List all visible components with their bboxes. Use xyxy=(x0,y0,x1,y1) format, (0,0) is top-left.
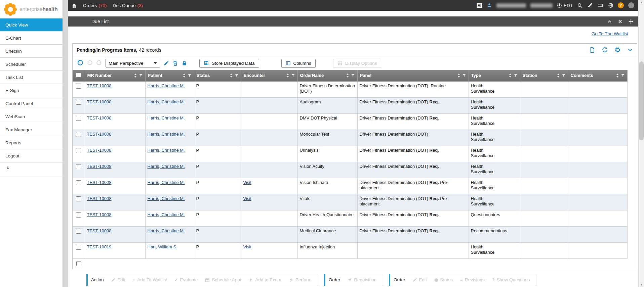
column-header-patient[interactable]: Patient xyxy=(145,70,194,81)
mr-number-link[interactable]: TEST-10008 xyxy=(87,164,112,169)
row-checkbox[interactable] xyxy=(76,132,81,137)
sidebar-item-webscan[interactable]: WebScan xyxy=(0,110,63,123)
home-icon[interactable] xyxy=(71,3,77,8)
column-header-comments[interactable]: Comments xyxy=(568,70,627,81)
sidebar-pin[interactable] xyxy=(0,162,63,175)
sort-arrows-icon[interactable] xyxy=(134,74,137,78)
settings-gear-icon[interactable] xyxy=(614,47,621,53)
history-forward-icon[interactable] xyxy=(96,60,102,66)
visit-link[interactable]: Visit xyxy=(243,244,251,249)
delete-perspective-trash-icon[interactable] xyxy=(172,60,178,66)
filter-funnel-icon[interactable] xyxy=(235,74,239,78)
column-header-encounter[interactable]: Encounter xyxy=(241,70,297,81)
filter-funnel-icon[interactable] xyxy=(188,74,192,78)
footer-button-add-to-waitlist[interactable]: +Add To Waitlist xyxy=(130,277,170,282)
sidebar-item-logout[interactable]: Logout xyxy=(0,149,63,162)
mr-number-link[interactable]: TEST-10008 xyxy=(87,196,112,201)
patient-link[interactable]: Harris, Christine M. xyxy=(148,180,185,185)
filter-funnel-icon[interactable] xyxy=(351,74,355,78)
new-document-icon[interactable] xyxy=(589,47,595,53)
perspective-select[interactable]: Main Perspective xyxy=(106,59,160,67)
filter-funnel-icon[interactable] xyxy=(139,74,143,78)
edit-perspective-pencil-icon[interactable] xyxy=(163,60,169,66)
row-checkbox[interactable] xyxy=(76,100,81,105)
nav-doc-queue[interactable]: Doc Queue (3) xyxy=(113,3,143,8)
sidebar-item-fax-manager[interactable]: Fax Manager xyxy=(0,123,63,136)
move-icon[interactable] xyxy=(628,19,634,24)
row-checkbox[interactable] xyxy=(76,229,81,234)
nav-orders[interactable]: Orders (70) xyxy=(83,3,107,8)
go-to-waitlist-link[interactable]: Go To The Waitlist xyxy=(592,31,628,36)
mr-number-link[interactable]: TEST-10008 xyxy=(87,212,112,217)
column-header-status[interactable]: Status xyxy=(194,70,241,81)
row-checkbox[interactable] xyxy=(76,116,81,121)
footer-button-evaluate[interactable]: ✓Evaluate xyxy=(171,277,201,282)
refresh-icon[interactable] xyxy=(602,47,608,53)
filter-funnel-icon[interactable] xyxy=(514,74,518,78)
patient-link[interactable]: Harris, Christine M. xyxy=(148,99,185,104)
patient-link[interactable]: Harris, Christine M. xyxy=(148,115,185,121)
patient-link[interactable]: Harris, Christine M. xyxy=(148,212,185,217)
sort-arrows-icon[interactable] xyxy=(346,74,349,78)
visit-link[interactable]: Visit xyxy=(243,196,251,201)
keyboard-icon[interactable] xyxy=(597,3,604,8)
user-icon[interactable] xyxy=(487,3,492,8)
mr-number-link[interactable]: TEST-10008 xyxy=(87,99,112,104)
row-checkbox[interactable] xyxy=(76,84,81,89)
store-displayed-data-button[interactable]: Store Displayed Data xyxy=(199,59,259,68)
history-back-icon[interactable] xyxy=(87,60,93,66)
patient-link[interactable]: Harris, Christine M. xyxy=(148,83,185,88)
patient-link[interactable]: Harris, Christine M. xyxy=(148,196,185,201)
footer-button-schedule-appt[interactable]: Schedule Appt xyxy=(202,277,244,282)
avatar-circle[interactable] xyxy=(628,2,634,8)
tools-icon[interactable] xyxy=(587,3,593,8)
search-icon[interactable] xyxy=(577,3,583,8)
footer-button-perform[interactable]: Perform xyxy=(286,277,315,282)
mr-number-link[interactable]: TEST-10008 xyxy=(87,132,112,137)
filter-funnel-icon[interactable] xyxy=(562,74,566,78)
filter-funnel-icon[interactable] xyxy=(291,74,295,78)
footer-button-add-to-exam[interactable]: Add to Exam xyxy=(245,277,284,282)
sort-arrows-icon[interactable] xyxy=(509,74,512,78)
patient-link[interactable]: Harris, Christine M. xyxy=(148,132,185,137)
patient-link[interactable]: Hart, William S. xyxy=(148,244,178,249)
mr-number-link[interactable]: TEST-10008 xyxy=(87,83,112,88)
sidebar-item-control-panel[interactable]: Control Panel xyxy=(0,97,63,110)
app-logo[interactable]: enterprisehealth xyxy=(0,0,63,18)
footer-button-show-questions[interactable]: ?Show Questions xyxy=(489,277,533,282)
globe-icon[interactable] xyxy=(608,3,613,8)
filter-funnel-icon[interactable] xyxy=(462,74,466,78)
page-scrollbar[interactable]: ▲ ▼ xyxy=(638,0,644,287)
mr-number-link[interactable]: TEST-10008 xyxy=(87,180,112,185)
mr-number-link[interactable]: TEST-10019 xyxy=(87,244,112,249)
row-checkbox[interactable] xyxy=(76,164,81,169)
row-checkbox[interactable] xyxy=(76,245,81,250)
columns-button[interactable]: Columns xyxy=(281,59,316,68)
sort-arrows-icon[interactable] xyxy=(286,74,289,78)
mr-number-link[interactable]: TEST-10008 xyxy=(87,115,112,121)
undo-icon[interactable] xyxy=(77,60,83,66)
row-checkbox[interactable] xyxy=(76,212,81,218)
row-checkbox[interactable] xyxy=(76,148,81,153)
collapse-chevron-down-icon[interactable] xyxy=(627,47,633,53)
select-all-checkbox[interactable] xyxy=(76,73,81,78)
sort-arrows-icon[interactable] xyxy=(457,74,460,78)
patient-link[interactable]: Harris, Christine M. xyxy=(148,164,185,169)
sort-arrows-icon[interactable] xyxy=(230,74,233,78)
scrollbar-thumb[interactable] xyxy=(639,61,644,140)
timezone-indicator[interactable]: EDT xyxy=(557,3,573,8)
sidebar-item-reports[interactable]: Reports xyxy=(0,136,63,149)
footer-button-edit[interactable]: Edit xyxy=(409,277,430,282)
column-header-type[interactable]: Type xyxy=(469,70,520,81)
patient-link[interactable]: Harris, Christine M. xyxy=(148,148,185,153)
collapse-chevron-up-icon[interactable] xyxy=(607,19,612,24)
scroll-up-arrow[interactable]: ▲ xyxy=(639,1,644,4)
sidebar-item-quick-view[interactable]: Quick View xyxy=(0,18,63,32)
sidebar-item-scheduler[interactable]: Scheduler xyxy=(0,58,63,71)
footer-button-status[interactable]: ◉Status xyxy=(431,277,456,282)
column-header-mr-number[interactable]: MR Number xyxy=(85,70,145,81)
row-checkbox[interactable] xyxy=(76,261,81,266)
row-checkbox[interactable] xyxy=(76,196,81,201)
sort-arrows-icon[interactable] xyxy=(557,74,560,78)
display-options-button[interactable]: Display Options xyxy=(333,59,381,68)
